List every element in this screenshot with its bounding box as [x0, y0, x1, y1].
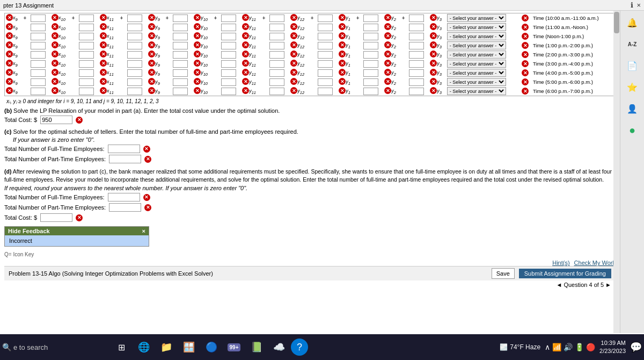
remove-y10-r1[interactable]: ✕ [194, 14, 201, 21]
remove-r3-8[interactable]: ✕ [339, 32, 346, 39]
submit-button[interactable]: Submit Assignment for Grading [519, 269, 611, 278]
select-answer-r1[interactable]: - Select your answer - [447, 14, 506, 22]
remove-r6-9[interactable]: ✕ [384, 60, 391, 67]
pt-employees-d-input[interactable] [109, 203, 141, 212]
remove-y9-r1[interactable]: ✕ [148, 14, 155, 21]
y10-input-r2[interactable] [221, 24, 236, 31]
remove-sel-r9[interactable]: ✕ [522, 88, 529, 95]
az-icon[interactable]: A-Z [623, 34, 642, 54]
remove-r8-9[interactable]: ✕ [384, 78, 391, 85]
remove-r5-3[interactable]: ✕ [100, 51, 107, 57]
inp-r4-5[interactable] [221, 42, 236, 49]
inp-r8-5[interactable] [221, 78, 236, 86]
x11-input-r1[interactable] [127, 15, 142, 22]
remove-r9-5[interactable]: ✕ [194, 87, 201, 94]
remove-y12-r2[interactable]: ✕ [290, 23, 297, 30]
inp-r6-9[interactable] [409, 60, 424, 68]
remove-r6-8[interactable]: ✕ [339, 60, 346, 67]
remove-x10-r1[interactable]: ✕ [52, 14, 58, 21]
inp-r9-3[interactable] [127, 88, 142, 95]
remove-r9-7[interactable]: ✕ [290, 87, 297, 94]
remove-x9-r2[interactable]: ✕ [6, 23, 13, 30]
check-work-button[interactable]: Check My Work [574, 260, 616, 266]
remove-sel-r5[interactable]: ✕ [522, 51, 529, 58]
remove-y3-r1[interactable]: ✕ [430, 14, 437, 21]
remove-r7-2[interactable]: ✕ [52, 69, 58, 76]
office-icon[interactable]: 📄 [623, 56, 642, 75]
remove-r5-10[interactable]: ✕ [430, 51, 437, 57]
ft-employees-d-input[interactable] [108, 193, 140, 201]
remove-r7-1[interactable]: ✕ [6, 69, 13, 76]
inp-r5-5[interactable] [221, 51, 236, 59]
remove-r4-8[interactable]: ✕ [339, 41, 346, 48]
remove-sel-r6[interactable]: ✕ [522, 60, 529, 67]
remove-r7-7[interactable]: ✕ [290, 69, 297, 76]
inp-r5-2[interactable] [79, 51, 94, 59]
x10-input-r2[interactable] [79, 24, 94, 31]
remove-x11-r2[interactable]: ✕ [100, 23, 107, 30]
remove-r8-8[interactable]: ✕ [339, 78, 346, 85]
remove-r4-6[interactable]: ✕ [242, 41, 249, 48]
inp-r6-3[interactable] [127, 60, 142, 68]
y1-input-r2[interactable] [363, 24, 378, 31]
inp-r4-2[interactable] [79, 42, 94, 49]
chat-icon[interactable]: 💬 [630, 341, 642, 353]
y12-input-r1[interactable] [318, 15, 333, 22]
remove-r4-2[interactable]: ✕ [52, 41, 58, 48]
close-button[interactable]: × [636, 1, 641, 9]
y2-input-r1[interactable] [409, 15, 424, 22]
inp-r6-7[interactable] [318, 60, 333, 68]
remove-r7-10[interactable]: ✕ [430, 69, 437, 76]
remove-r4-9[interactable]: ✕ [384, 41, 391, 48]
y2-input-r2[interactable] [409, 24, 424, 31]
cost-d-input[interactable] [40, 213, 72, 222]
remove-r5-9[interactable]: ✕ [384, 51, 391, 57]
y10-input-r1[interactable] [221, 15, 236, 22]
remove-r4-10[interactable]: ✕ [430, 41, 437, 48]
inp-r4-1[interactable] [31, 42, 46, 49]
inp-r5-9[interactable] [409, 51, 424, 59]
info-button[interactable]: ℹ [631, 1, 633, 9]
remove-sel-r3[interactable]: ✕ [522, 33, 529, 40]
inp-r3-9[interactable] [409, 33, 424, 40]
remove-r5-7[interactable]: ✕ [290, 51, 297, 57]
remove-r9-1[interactable]: ✕ [6, 87, 13, 94]
inp-r7-5[interactable] [221, 69, 236, 77]
pt-employees-c-input[interactable] [109, 155, 141, 163]
inp-r8-8[interactable] [363, 78, 378, 86]
remove-r5-4[interactable]: ✕ [148, 51, 155, 57]
remove-x9-r1[interactable]: ✕ [6, 14, 13, 21]
hint-button[interactable]: Hint(s) [552, 260, 569, 266]
inp-r6-8[interactable] [363, 60, 378, 68]
x11-input-r2[interactable] [127, 24, 142, 31]
feedback-header[interactable]: Hide Feedback × [5, 227, 149, 235]
remove-r3-7[interactable]: ✕ [290, 32, 297, 39]
remove-sel-r8[interactable]: ✕ [522, 78, 529, 85]
inp-r6-4[interactable] [173, 60, 188, 68]
remove-r7-6[interactable]: ✕ [242, 69, 249, 76]
inp-r3-4[interactable] [173, 33, 188, 40]
inp-r7-4[interactable] [173, 69, 188, 77]
remove-r4-3[interactable]: ✕ [100, 41, 107, 48]
clear-pt-d[interactable]: ✕ [144, 204, 151, 211]
inp-r3-7[interactable] [318, 33, 333, 40]
inp-r3-1[interactable] [31, 33, 46, 40]
remove-r9-3[interactable]: ✕ [100, 87, 107, 94]
remove-r6-4[interactable]: ✕ [148, 60, 155, 67]
inp-r8-3[interactable] [127, 78, 142, 86]
inp-r3-6[interactable] [269, 33, 284, 40]
inp-r3-2[interactable] [79, 33, 94, 40]
remove-r3-4[interactable]: ✕ [148, 32, 155, 39]
inp-r6-2[interactable] [79, 60, 94, 68]
taskbar-clock[interactable]: 10:39 AM 2/23/2023 [599, 339, 626, 356]
remove-r9-8[interactable]: ✕ [339, 87, 346, 94]
y9-input-r1[interactable] [173, 15, 188, 22]
y9-input-r2[interactable] [173, 24, 188, 31]
remove-r7-4[interactable]: ✕ [148, 69, 155, 76]
remove-r4-4[interactable]: ✕ [148, 41, 155, 48]
remove-r6-10[interactable]: ✕ [430, 60, 437, 67]
scrollbar[interactable] [613, 11, 620, 333]
remove-r5-6[interactable]: ✕ [242, 51, 249, 57]
remove-r8-4[interactable]: ✕ [148, 78, 155, 85]
x10-input-r1[interactable] [79, 15, 94, 22]
